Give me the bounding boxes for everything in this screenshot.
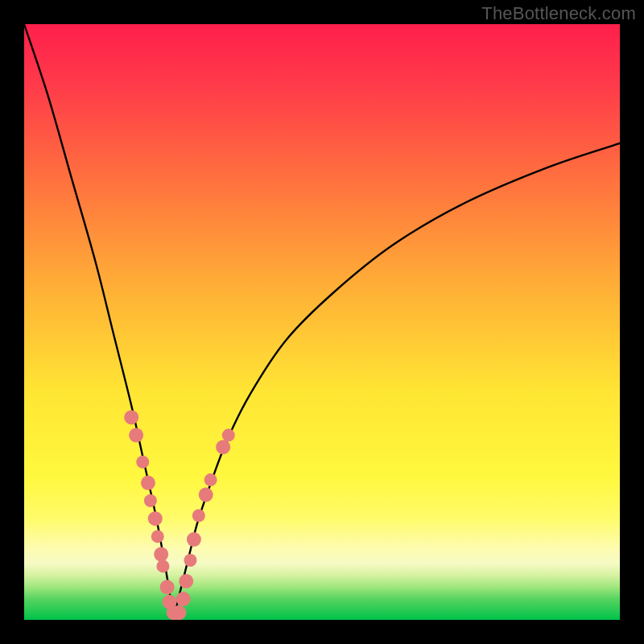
data-dots: [124, 410, 235, 620]
data-dot: [199, 488, 213, 502]
data-dot: [136, 456, 149, 469]
curve-path: [24, 24, 620, 620]
data-dot: [151, 530, 164, 543]
data-dot: [129, 428, 143, 443]
data-dot: [171, 605, 186, 620]
plot-area: [24, 24, 620, 620]
data-dot: [148, 511, 163, 526]
data-dot: [160, 580, 175, 594]
data-dot: [204, 473, 217, 486]
chart-frame: TheBottleneck.com: [0, 0, 644, 644]
data-dot: [184, 554, 196, 567]
data-dot: [156, 559, 169, 572]
data-dot: [187, 532, 201, 547]
bottleneck-curve: [24, 24, 620, 620]
data-dot: [124, 410, 138, 424]
data-dot: [154, 547, 168, 562]
data-dot: [216, 440, 230, 454]
data-dot: [176, 592, 191, 606]
data-dot: [144, 494, 157, 507]
data-dot: [192, 510, 205, 522]
data-dot: [141, 476, 155, 490]
data-dot: [179, 574, 193, 588]
watermark-text: TheBottleneck.com: [481, 3, 636, 24]
data-dot: [222, 429, 235, 442]
